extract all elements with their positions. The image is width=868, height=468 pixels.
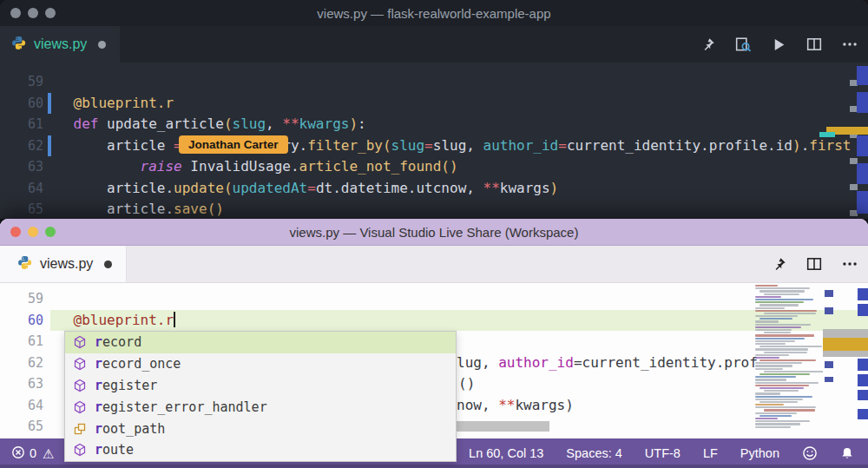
tab-views-py[interactable]: views.py	[0, 26, 120, 63]
window-title: views.py — Visual Studio Live Share (Wor…	[0, 225, 868, 240]
status-item-0[interactable]: Ln 60, Col 13	[469, 446, 543, 460]
cube-icon	[73, 400, 87, 414]
line-number: 60	[0, 93, 43, 115]
code-line-63[interactable]: 63 raise InvalidUsage.article_not_found(…	[0, 156, 868, 178]
pin-icon[interactable]	[700, 37, 715, 52]
more-icon[interactable]	[842, 36, 858, 52]
code-text: article.save()	[51, 199, 224, 219]
gutter-spacer	[48, 331, 51, 353]
suggestion-item-route[interactable]: route	[65, 439, 456, 461]
code-line-62[interactable]: 62 article = Article.query.filter_by(slu…	[0, 135, 868, 157]
suggestion-label: register	[95, 378, 157, 393]
suggestion-item-root_path[interactable]: root_path	[65, 418, 456, 439]
bell-icon[interactable]	[840, 446, 854, 461]
tab-label: views.py	[34, 36, 87, 52]
line-number: 64	[0, 178, 43, 200]
titlebar-bottom: views.py — Visual Studio Live Share (Wor…	[0, 219, 868, 246]
gutter-spacer	[48, 395, 51, 417]
status-item-1[interactable]: Spaces: 4	[566, 446, 622, 460]
line-number: 63	[0, 156, 43, 178]
field-icon	[73, 422, 87, 436]
status-item-2[interactable]: UTF-8	[645, 446, 681, 460]
line-number: 63	[0, 373, 43, 395]
split-editor-icon[interactable]	[806, 256, 822, 272]
modified-dot-icon[interactable]	[104, 260, 112, 268]
minimize-button[interactable]	[28, 227, 38, 237]
code-text: def update_article(slug, **kwargs):	[51, 114, 366, 135]
tab-label: views.py	[40, 256, 93, 272]
suggestion-label: route	[95, 442, 134, 458]
line-number: 59	[0, 71, 43, 93]
editor-actions-top	[700, 26, 858, 63]
run-icon[interactable]	[772, 37, 786, 52]
suggestion-label: register_error_handler	[95, 399, 267, 415]
smiley-icon[interactable]	[802, 445, 818, 461]
code-line-60[interactable]: 60@blueprint.r	[0, 310, 868, 332]
gutter-spacer	[48, 416, 51, 438]
gutter-spacer	[48, 373, 51, 395]
code-line-59[interactable]: 59	[0, 288, 868, 310]
code-line-61[interactable]: 61def update_article(slug, **kwargs):	[0, 114, 868, 135]
gutter-spacer	[48, 353, 51, 374]
window-host-editor: views.py — flask-realworld-example-app v…	[0, 0, 868, 219]
tabbar-bottom: views.py	[0, 246, 868, 283]
line-number: 60	[0, 310, 43, 332]
suggest-widget: recordrecord_onceregisterregister_error_…	[64, 331, 457, 462]
suggestion-label: record	[95, 334, 141, 350]
code-text: article = Article.query.filter_by(slug=s…	[51, 135, 852, 157]
suggestion-label: root_path	[95, 421, 165, 437]
zoom-button[interactable]	[45, 8, 56, 18]
close-button[interactable]	[10, 227, 21, 237]
split-editor-icon[interactable]	[806, 36, 822, 52]
code-line-59[interactable]: 59	[0, 71, 868, 93]
code-line-60[interactable]: 60@blueprint.r	[0, 93, 868, 115]
modified-dot-icon[interactable]	[98, 41, 106, 49]
warning-count[interactable]: ⚠	[43, 447, 54, 460]
line-number: 59	[0, 288, 43, 310]
text-cursor	[174, 312, 175, 327]
suggestion-item-register[interactable]: register	[65, 375, 456, 397]
zoom-button[interactable]	[45, 227, 56, 237]
line-number: 62	[0, 353, 43, 374]
statusbar-right: Ln 60, Col 13Spaces: 4UTF-8LFPython	[469, 445, 868, 461]
scrollbar-horizontal[interactable]	[454, 421, 549, 432]
code-line-65[interactable]: 65 article.save()	[0, 199, 868, 219]
editor-top[interactable]: 5960@blueprint.r61def update_article(slu…	[0, 63, 868, 219]
pin-icon[interactable]	[772, 257, 786, 272]
close-button[interactable]	[10, 8, 21, 18]
line-number: 61	[0, 331, 43, 353]
count-label: 0	[30, 446, 36, 460]
window-controls-top	[0, 8, 56, 18]
scrollbar-vertical[interactable]	[823, 283, 868, 439]
cube-icon	[73, 335, 87, 349]
code-text: @blueprint.r	[51, 310, 176, 332]
python-icon	[11, 36, 26, 54]
minimap[interactable]	[753, 285, 823, 438]
gutter-spacer	[48, 288, 51, 310]
suggestion-item-register_error_handler[interactable]: register_error_handler	[65, 396, 456, 418]
line-number: 65	[0, 199, 43, 219]
problems-indicator[interactable]: 0⚠	[0, 445, 55, 462]
window-controls-bottom	[0, 227, 56, 237]
python-icon	[17, 255, 32, 274]
tab-views-py[interactable]: views.py	[0, 246, 127, 282]
gutter-spacer	[48, 71, 51, 93]
status-item-4[interactable]: Python	[740, 446, 779, 460]
error-count[interactable]: 0	[11, 445, 36, 462]
error-icon	[11, 445, 25, 462]
code-line-64[interactable]: 64 article.update(updatedAt=dt.datetime.…	[0, 178, 868, 200]
open-preview-icon[interactable]	[735, 36, 752, 53]
line-number: 61	[0, 114, 43, 135]
code-text: @blueprint.r	[51, 93, 174, 115]
minimize-button[interactable]	[28, 8, 38, 18]
collaborator-cursor-flag: Jonathan Carter	[179, 135, 288, 154]
cube-icon	[73, 357, 87, 371]
suggestion-item-record[interactable]: record	[65, 332, 456, 353]
status-item-3[interactable]: LF	[703, 446, 718, 460]
titlebar-top: views.py — flask-realworld-example-app	[0, 0, 868, 26]
screen: views.py — flask-realworld-example-app v…	[0, 0, 868, 468]
more-icon[interactable]	[842, 256, 858, 272]
code-text: ()	[458, 373, 475, 395]
suggestion-item-record_once[interactable]: record_once	[65, 353, 456, 375]
line-number: 65	[0, 416, 43, 438]
